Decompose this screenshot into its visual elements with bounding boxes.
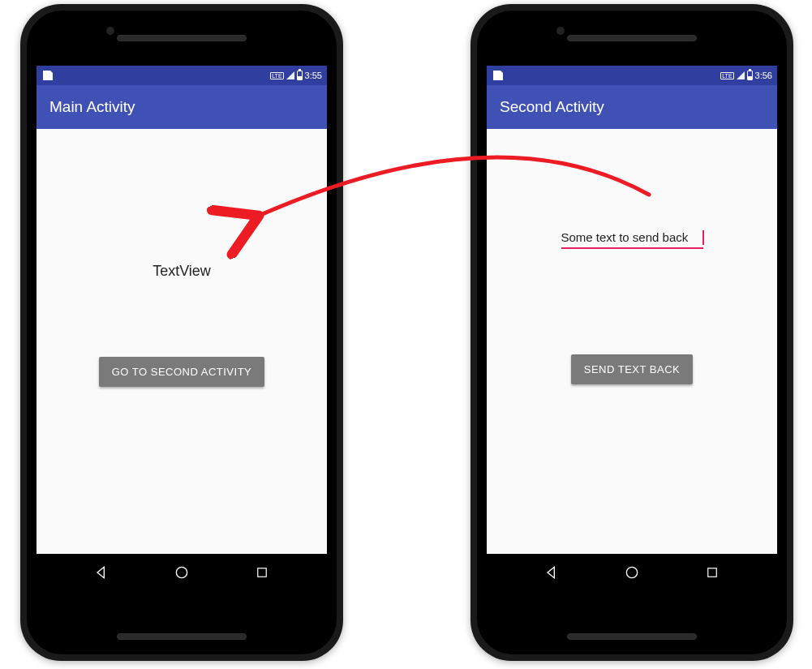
speaker-icon [567, 35, 697, 41]
clock-text: 3:55 [305, 71, 322, 80]
device-bottom [477, 633, 787, 640]
recent-apps-icon[interactable] [703, 564, 721, 581]
content-area: TextView GO TO SECOND ACTIVITY [37, 129, 327, 591]
activity-title: Main Activity [49, 98, 135, 116]
back-icon[interactable] [543, 564, 561, 581]
svg-point-0 [176, 567, 187, 577]
signal-icon [286, 71, 294, 79]
battery-icon [747, 71, 753, 80]
device-frame: LTE 3:55 Main Activity TextView GO TO SE… [20, 4, 343, 661]
speaker-icon [567, 633, 697, 640]
activity-title: Second Activity [500, 98, 604, 116]
signal-icon [737, 71, 745, 79]
device-frame: LTE 3:56 Second Activity SEND TEXT BACK [470, 4, 793, 661]
sd-card-icon [493, 71, 503, 80]
camera-icon [106, 27, 114, 35]
device-top [27, 11, 337, 66]
action-bar: Second Activity [487, 85, 777, 129]
screen: LTE 3:55 Main Activity TextView GO TO SE… [37, 66, 327, 591]
svg-point-2 [626, 567, 637, 577]
back-icon[interactable] [92, 564, 110, 581]
screen: LTE 3:56 Second Activity SEND TEXT BACK [487, 66, 777, 591]
phone-main-activity: LTE 3:55 Main Activity TextView GO TO SE… [20, 4, 343, 661]
status-bar: LTE 3:55 [37, 66, 327, 85]
lte-icon: LTE [720, 72, 733, 79]
clock-text: 3:56 [755, 71, 772, 80]
device-top [477, 11, 787, 66]
home-icon[interactable] [623, 564, 641, 581]
recent-apps-icon[interactable] [253, 564, 271, 581]
status-bar: LTE 3:56 [487, 66, 777, 85]
navigation-bar [487, 554, 777, 591]
lte-icon: LTE [270, 72, 283, 79]
result-textview: TextView [153, 263, 211, 280]
go-to-second-activity-button[interactable]: GO TO SECOND ACTIVITY [99, 357, 265, 387]
battery-icon [297, 71, 303, 80]
speaker-icon [117, 633, 247, 640]
device-inner: LTE 3:55 Main Activity TextView GO TO SE… [27, 11, 337, 654]
speaker-icon [117, 35, 247, 41]
svg-rect-3 [708, 568, 717, 577]
text-cursor-icon [702, 230, 704, 245]
send-text-back-button[interactable]: SEND TEXT BACK [571, 354, 694, 384]
action-bar: Main Activity [37, 85, 327, 129]
device-inner: LTE 3:56 Second Activity SEND TEXT BACK [477, 11, 787, 654]
edittext-container [561, 230, 703, 249]
device-bottom [27, 633, 337, 640]
content-area: SEND TEXT BACK [487, 129, 777, 591]
home-icon[interactable] [173, 564, 191, 581]
phone-second-activity: LTE 3:56 Second Activity SEND TEXT BACK [470, 4, 793, 661]
camera-icon [556, 27, 565, 35]
sd-card-icon [43, 71, 53, 80]
message-edittext[interactable] [561, 230, 703, 249]
svg-rect-1 [258, 568, 267, 577]
navigation-bar [37, 554, 327, 591]
